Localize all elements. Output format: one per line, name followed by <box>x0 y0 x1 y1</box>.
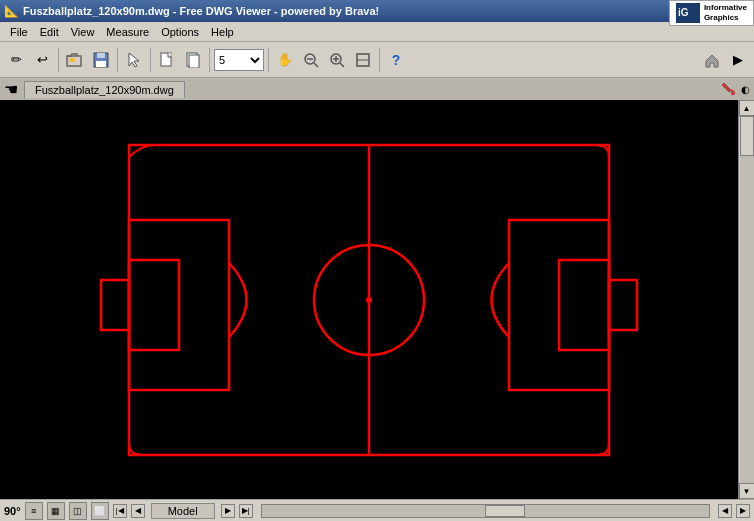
zoom-select-container[interactable]: 5 10 25 50 100 <box>214 49 264 71</box>
svg-rect-5 <box>161 53 171 66</box>
zoom-select[interactable]: 5 10 25 50 100 <box>214 49 264 71</box>
scroll-thumb-vertical[interactable] <box>740 116 754 156</box>
toolbar-separator-1 <box>58 48 59 72</box>
svg-text:iG: iG <box>678 7 689 18</box>
hand-cursor-icon: ☚ <box>4 80 18 99</box>
undo-tool-button[interactable]: ↩ <box>30 48 54 72</box>
vertical-scrollbar[interactable]: ▲ ▼ <box>738 100 754 499</box>
document-tab[interactable]: Fuszballplatz_120x90m.dwg <box>24 81 185 98</box>
angle-display: 90° <box>4 505 21 517</box>
pan-tool-button[interactable]: ✋ <box>273 48 297 72</box>
svg-rect-7 <box>189 55 199 68</box>
menu-file[interactable]: File <box>4 24 34 40</box>
scroll-left-arrow[interactable]: ◀ <box>718 504 732 518</box>
ig-logo-line1: Informative <box>704 3 747 13</box>
fit-page-button[interactable] <box>351 48 375 72</box>
svg-rect-1 <box>69 58 75 62</box>
tab-next-button[interactable]: ▶ <box>221 504 235 518</box>
help-button[interactable]: ? <box>384 48 408 72</box>
svg-point-23 <box>366 297 372 303</box>
menu-measure[interactable]: Measure <box>100 24 155 40</box>
scroll-up-arrow[interactable]: ▲ <box>739 100 755 116</box>
zoom-out-button[interactable] <box>325 48 349 72</box>
pointer-tool-button[interactable] <box>122 48 146 72</box>
svg-line-9 <box>314 63 318 67</box>
toolbar-separator-2 <box>117 48 118 72</box>
toolbar-separator-4 <box>209 48 210 72</box>
canvas-area[interactable] <box>0 100 738 499</box>
ig-logo-line2: Graphics <box>704 13 747 23</box>
status-bar: 90° ≡ ▦ ◫ ⬜ |◀ ◀ Model ▶ ▶| ◀ ▶ <box>0 499 754 521</box>
markup-icon <box>721 81 737 97</box>
title-bar-left: 📐 Fuszballplatz_120x90m.dwg - Free DWG V… <box>4 4 379 18</box>
menu-edit[interactable]: Edit <box>34 24 65 40</box>
home-button[interactable] <box>700 48 724 72</box>
toolbar-separator-3 <box>150 48 151 72</box>
toolbar: ✏ ↩ 5 10 25 50 100 ✋ ? <box>0 42 754 78</box>
toolbar-separator-6 <box>379 48 380 72</box>
app-icon: 📐 <box>4 4 19 18</box>
menu-bar: File Edit View Measure Options Help <box>0 22 754 42</box>
svg-rect-4 <box>96 61 106 67</box>
status-icon-1[interactable]: ≡ <box>25 502 43 520</box>
ig-logo-icon: iG <box>676 3 700 23</box>
field-container <box>0 100 738 499</box>
model-tab[interactable]: Model <box>151 503 215 519</box>
markup-label: ◐ <box>741 84 750 95</box>
zoom-window-button[interactable] <box>299 48 323 72</box>
menu-help[interactable]: Help <box>205 24 240 40</box>
nav-forward-button[interactable]: ▶ <box>726 48 750 72</box>
status-icon-2[interactable]: ▦ <box>47 502 65 520</box>
horizontal-scrollbar[interactable] <box>261 504 710 518</box>
window-title: Fuszballplatz_120x90m.dwg - Free DWG Vie… <box>23 5 379 17</box>
menu-options[interactable]: Options <box>155 24 205 40</box>
save-tool-button[interactable] <box>89 48 113 72</box>
status-icon-4[interactable]: ⬜ <box>91 502 109 520</box>
status-icon-3[interactable]: ◫ <box>69 502 87 520</box>
edit-tool-button[interactable]: ✏ <box>4 48 28 72</box>
new-tool-button[interactable] <box>155 48 179 72</box>
main-area: ▲ ▼ <box>0 100 754 499</box>
tab-last-button[interactable]: ▶| <box>239 504 253 518</box>
tab-first-button[interactable]: |◀ <box>113 504 127 518</box>
scroll-track-vertical[interactable] <box>740 116 754 483</box>
soccer-field-svg <box>74 115 664 485</box>
svg-line-12 <box>340 63 344 67</box>
title-bar: 📐 Fuszballplatz_120x90m.dwg - Free DWG V… <box>0 0 754 22</box>
toolbar-separator-5 <box>268 48 269 72</box>
open-tool-button[interactable] <box>63 48 87 72</box>
scroll-right-arrow[interactable]: ▶ <box>736 504 750 518</box>
doc-bar: ☚ Fuszballplatz_120x90m.dwg ◐ iG Informa… <box>0 78 754 100</box>
ig-logo: iG Informative Graphics <box>669 0 754 26</box>
scroll-thumb-horizontal[interactable] <box>485 505 525 517</box>
scroll-down-arrow[interactable]: ▼ <box>739 483 755 499</box>
menu-view[interactable]: View <box>65 24 101 40</box>
copy-tool-button[interactable] <box>181 48 205 72</box>
svg-rect-3 <box>97 53 105 58</box>
tab-prev-button[interactable]: ◀ <box>131 504 145 518</box>
doc-bar-right: ◐ iG Informative Graphics <box>721 81 750 97</box>
